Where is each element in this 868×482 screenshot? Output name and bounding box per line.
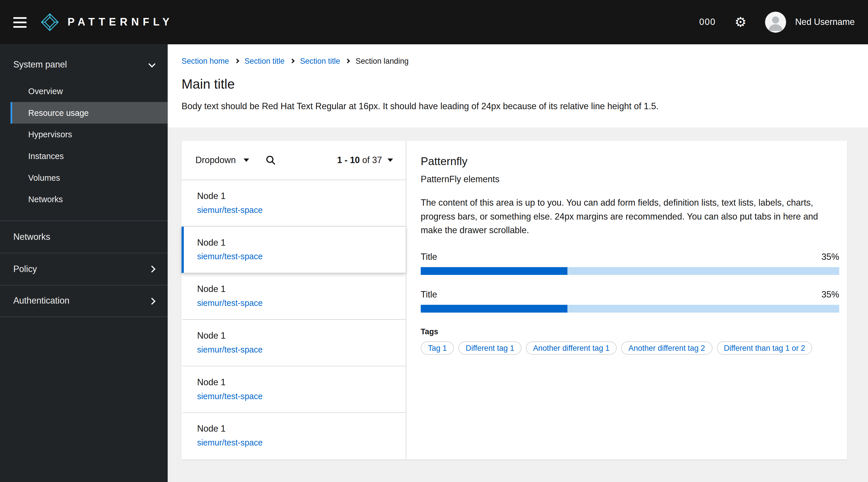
- progress-value: 35%: [822, 290, 839, 300]
- user-menu[interactable]: Ned Username: [765, 11, 855, 33]
- node-title: Node 1: [197, 376, 406, 389]
- node-link[interactable]: siemur/test-space: [197, 249, 406, 264]
- breadcrumb-link[interactable]: Section title: [300, 56, 340, 65]
- node-link[interactable]: siemur/test-space: [197, 436, 406, 450]
- policy-label: Policy: [13, 264, 37, 274]
- nav-toggle-icon[interactable]: [13, 17, 27, 27]
- sidebar-item-resource-usage[interactable]: Resource usage: [10, 102, 167, 124]
- brand-name: PATTERNFLY: [67, 16, 173, 28]
- chevron-down-icon: [148, 60, 155, 67]
- tag-pill[interactable]: Tag 1: [421, 341, 454, 355]
- list-item[interactable]: Node 1 siemur/test-space: [182, 273, 406, 320]
- breadcrumb-separator-icon: [345, 58, 350, 63]
- page-description: Body text should be Red Hat Text Regular…: [182, 100, 855, 113]
- list-item[interactable]: Node 1 siemur/test-space: [182, 366, 406, 413]
- masthead: PATTERNFLY 000 ⚙ Ned Username: [0, 0, 868, 44]
- progress-bar-fill: [421, 305, 567, 313]
- drawer-description: The content of this area is up to you. Y…: [421, 196, 839, 237]
- progress-header: Title 35%: [421, 290, 839, 300]
- page-header: Section home Section title Section title…: [168, 44, 868, 127]
- progress-bar: [421, 267, 839, 275]
- list-item-selected[interactable]: Node 1 siemur/test-space: [182, 227, 406, 274]
- node-link[interactable]: siemur/test-space: [197, 389, 406, 403]
- progress-header: Title 35%: [421, 252, 839, 262]
- search-button[interactable]: [266, 155, 275, 165]
- sidebar-item-system-panel[interactable]: System panel: [0, 49, 168, 80]
- sidebar-item-overview[interactable]: Overview: [10, 80, 167, 102]
- main-area: Section home Section title Section title…: [168, 44, 868, 482]
- drawer-title: Patternfly: [421, 155, 839, 168]
- tag-pill[interactable]: Different tag 1: [459, 341, 522, 355]
- list-item[interactable]: Node 1 siemur/test-space: [182, 413, 406, 459]
- progress-value: 35%: [822, 252, 839, 262]
- sidebar: System panel Overview Resource usage Hyp…: [0, 44, 168, 482]
- dropdown-label: Dropdown: [195, 155, 236, 165]
- masthead-right: 000 ⚙ Ned Username: [699, 11, 855, 33]
- progress-label: Title: [421, 252, 437, 262]
- list-item[interactable]: Node 1 siemur/test-space: [182, 320, 406, 366]
- node-title: Node 1: [197, 283, 406, 296]
- tag-pill[interactable]: Another different tag 1: [526, 341, 617, 355]
- progress-bar-fill: [421, 267, 567, 275]
- page-title: Main title: [182, 75, 855, 93]
- sidebar-item-authentication[interactable]: Authentication: [0, 285, 168, 317]
- breadcrumb-separator-icon: [235, 58, 239, 63]
- node-title: Node 1: [197, 190, 406, 203]
- system-panel-label: System panel: [13, 60, 67, 70]
- pagination-range: 1 - 10: [337, 155, 360, 165]
- breadcrumb-separator-icon: [290, 58, 294, 63]
- caret-down-icon: [244, 159, 249, 162]
- list-toolbar: Dropdown 1 - 10 of 37: [182, 141, 406, 180]
- system-panel-subnav: Overview Resource usage Hypervisors Inst…: [0, 80, 168, 221]
- node-title: Node 1: [197, 236, 406, 249]
- data-list-panel: Dropdown 1 - 10 of 37: [182, 141, 406, 459]
- avatar: [765, 11, 786, 33]
- caret-down-icon: [388, 159, 393, 162]
- breadcrumb-current: Section landing: [355, 56, 408, 65]
- progress-label: Title: [421, 290, 437, 300]
- authentication-label: Authentication: [13, 296, 69, 306]
- content-card: Dropdown 1 - 10 of 37: [182, 141, 847, 459]
- detail-drawer: Patternfly PatternFly elements The conte…: [406, 141, 847, 459]
- drawer-subtitle: PatternFly elements: [421, 175, 839, 185]
- node-link[interactable]: siemur/test-space: [197, 203, 406, 217]
- tag-pill[interactable]: Another different tag 2: [621, 341, 712, 355]
- pagination-total: of 37: [362, 155, 382, 165]
- chevron-right-icon: [148, 297, 155, 305]
- tags-label: Tags: [421, 327, 839, 336]
- username-label: Ned Username: [795, 17, 855, 27]
- networks-label: Networks: [13, 232, 50, 242]
- sidebar-item-volumes[interactable]: Volumes: [10, 167, 167, 189]
- chevron-right-icon: [148, 265, 155, 273]
- patternfly-logo-icon: [40, 12, 60, 32]
- tags-row: Tag 1 Different tag 1 Another different …: [421, 341, 839, 355]
- sidebar-item-networks-sub[interactable]: Networks: [10, 189, 167, 210]
- breadcrumb: Section home Section title Section title…: [182, 55, 855, 66]
- content-area: Dropdown 1 - 10 of 37: [168, 127, 868, 482]
- search-icon: [266, 155, 275, 165]
- brand-logo[interactable]: PATTERNFLY: [40, 12, 173, 32]
- node-title: Node 1: [197, 329, 406, 343]
- sidebar-item-policy[interactable]: Policy: [0, 253, 168, 285]
- sidebar-item-instances[interactable]: Instances: [10, 145, 167, 167]
- app: PATTERNFLY 000 ⚙ Ned Username System pan…: [0, 0, 868, 482]
- settings-gear-icon[interactable]: ⚙: [735, 16, 746, 29]
- node-link[interactable]: siemur/test-space: [197, 342, 406, 357]
- sidebar-item-networks[interactable]: Networks: [0, 221, 168, 253]
- dropdown-toggle[interactable]: Dropdown: [195, 155, 249, 165]
- node-title: Node 1: [197, 422, 406, 436]
- progress-bar: [421, 305, 839, 313]
- breadcrumb-link[interactable]: Section home: [182, 56, 229, 65]
- node-link[interactable]: siemur/test-space: [197, 296, 406, 311]
- masthead-counter: 000: [699, 17, 716, 27]
- breadcrumb-link[interactable]: Section title: [245, 56, 284, 65]
- list-item[interactable]: Node 1 siemur/test-space: [182, 180, 406, 227]
- pagination-toggle[interactable]: 1 - 10 of 37: [337, 155, 393, 165]
- tag-pill[interactable]: Different than tag 1 or 2: [717, 341, 812, 355]
- sidebar-item-hypervisors[interactable]: Hypervisors: [10, 124, 167, 145]
